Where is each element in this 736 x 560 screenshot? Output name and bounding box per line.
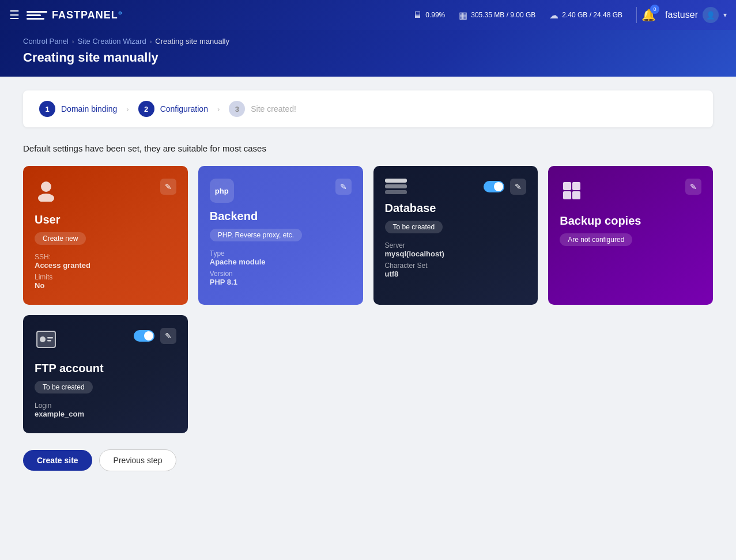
user-limits-value: No: [35, 281, 176, 290]
backend-card-title: Backend: [210, 210, 352, 223]
step-3: 3 Site created!: [229, 101, 296, 117]
ftp-login-label: Login: [35, 402, 176, 410]
user-limits-label: Limits: [35, 273, 176, 281]
svg-rect-4: [563, 191, 571, 199]
header-section: Control Panel › Site Creation Wizard › C…: [0, 30, 736, 77]
user-menu[interactable]: fastuser 👤 ▾: [665, 7, 727, 23]
breadcrumb-site-wizard[interactable]: Site Creation Wizard: [77, 37, 146, 46]
database-icon: [385, 179, 407, 194]
ftp-edit-button[interactable]: ✎: [160, 328, 176, 344]
database-toggle[interactable]: [484, 181, 504, 192]
database-edit-button[interactable]: ✎: [510, 179, 526, 195]
svg-rect-9: [47, 340, 51, 342]
step-1-label: Domain binding: [61, 104, 117, 113]
backend-card-badge: PHP, Reverse proxy, etc.: [210, 229, 302, 241]
backend-card: php ✎ Backend PHP, Reverse proxy, etc. T…: [198, 166, 363, 305]
breadcrumb-control-panel[interactable]: Control Panel: [23, 37, 69, 46]
database-charset-value: utf8: [385, 270, 527, 278]
backup-icon: [560, 179, 584, 207]
username-label: fastuser: [665, 10, 698, 20]
page-title: Creating site manually: [23, 50, 713, 65]
step-3-label: Site created!: [251, 104, 296, 113]
svg-rect-8: [47, 337, 53, 339]
user-limits-row: Limits No: [35, 273, 176, 290]
avatar: 👤: [703, 7, 719, 23]
ftp-login-value: example_com: [35, 410, 176, 418]
backup-card-header: ✎: [560, 179, 701, 207]
logo-dot: °: [118, 9, 123, 21]
ftp-card-title: FTP account: [35, 362, 176, 375]
topnav: ☰ FASTPANEL° 🖥 0.99% ▦ 305.35 MB / 9.00 …: [0, 0, 736, 30]
chevron-down-icon: ▾: [723, 11, 727, 19]
user-card-actions: ✎: [160, 179, 176, 195]
svg-point-7: [40, 336, 46, 342]
database-card: ✎ Database To be created Server mysql(lo…: [373, 166, 538, 305]
svg-point-0: [41, 181, 51, 192]
database-server-value: mysql(localhost): [385, 249, 527, 258]
database-charset-row: Character Set utf8: [385, 262, 527, 278]
topnav-stats: 🖥 0.99% ▦ 305.35 MB / 9.00 GB ☁ 2.40 GB …: [413, 10, 622, 21]
ftp-card-actions: ✎: [134, 328, 176, 344]
logo-icon: [27, 7, 47, 22]
user-icon: [35, 179, 58, 206]
ftp-card-header: ✎: [35, 328, 176, 355]
step-2-label: Configuration: [160, 104, 208, 113]
step-arrow-1: ›: [126, 105, 129, 113]
backend-type-label: Type: [210, 249, 352, 258]
backend-card-info: Type Apache module Version PHP 8.1: [210, 249, 352, 286]
database-card-badge: To be created: [385, 221, 443, 233]
footer-buttons: Create site Previous step: [23, 449, 713, 471]
breadcrumb-current: Creating site manually: [155, 37, 229, 46]
backend-version-label: Version: [210, 270, 352, 278]
backup-card-title: Backup copies: [560, 214, 701, 228]
step-1-circle: 1: [39, 101, 55, 117]
backup-card: ✎ Backup copies Are not configured: [548, 166, 713, 305]
logo: FASTPANEL°: [27, 7, 413, 22]
backend-type-row: Type Apache module: [210, 249, 352, 266]
notifications-button[interactable]: 🔔 0: [641, 8, 656, 22]
database-card-header: ✎: [385, 179, 527, 195]
backend-version-value: PHP 8.1: [210, 278, 352, 286]
backup-edit-button[interactable]: ✎: [685, 179, 701, 195]
user-card-header: ✎: [35, 179, 176, 206]
description: Default settings have been set, they are…: [23, 143, 713, 153]
step-1: 1 Domain binding: [39, 101, 117, 117]
create-site-button[interactable]: Create site: [23, 450, 92, 471]
user-card: ✎ User Create new SSH: Access granted Li…: [23, 166, 188, 305]
cpu-stat: 🖥 0.99%: [413, 10, 445, 20]
ftp-toggle[interactable]: [134, 330, 154, 342]
cpu-value: 0.99%: [425, 11, 445, 19]
ftp-icon: [35, 328, 58, 355]
backend-card-header: php ✎: [210, 179, 352, 203]
user-ssh-label: SSH:: [35, 253, 176, 261]
ram-stat: ▦ 305.35 MB / 9.00 GB: [459, 10, 535, 21]
cpu-icon: 🖥: [413, 10, 422, 20]
user-card-title: User: [35, 213, 176, 226]
disk-value: 2.40 GB / 24.48 GB: [562, 11, 622, 19]
backend-version-row: Version PHP 8.1: [210, 270, 352, 286]
database-card-info: Server mysql(localhost) Character Set ut…: [385, 241, 527, 278]
php-icon: php: [210, 179, 234, 203]
menu-icon[interactable]: ☰: [9, 8, 20, 22]
step-3-circle: 3: [229, 101, 245, 117]
svg-point-1: [38, 194, 54, 202]
step-2: 2 Configuration: [138, 101, 208, 117]
disk-icon: ☁: [549, 10, 558, 21]
database-card-actions: ✎: [484, 179, 526, 195]
backup-card-badge: Are not configured: [560, 233, 632, 246]
user-card-badge: Create new: [35, 232, 86, 245]
ftp-card-badge: To be created: [35, 381, 93, 393]
ftp-card: ✎ FTP account To be created Login exampl…: [23, 315, 188, 433]
user-edit-button[interactable]: ✎: [160, 179, 176, 195]
cards-row-1: ✎ User Create new SSH: Access granted Li…: [23, 166, 713, 305]
cards-row-2: ✎ FTP account To be created Login exampl…: [23, 315, 713, 433]
ram-icon: ▦: [459, 10, 467, 21]
previous-step-button[interactable]: Previous step: [99, 449, 177, 471]
backup-card-actions: ✎: [685, 179, 701, 195]
user-ssh-value: Access granted: [35, 261, 176, 270]
backend-edit-button[interactable]: ✎: [335, 179, 352, 195]
database-charset-label: Character Set: [385, 262, 527, 270]
backend-card-actions: ✎: [335, 179, 352, 195]
database-card-title: Database: [385, 202, 527, 215]
step-2-circle: 2: [138, 101, 154, 117]
